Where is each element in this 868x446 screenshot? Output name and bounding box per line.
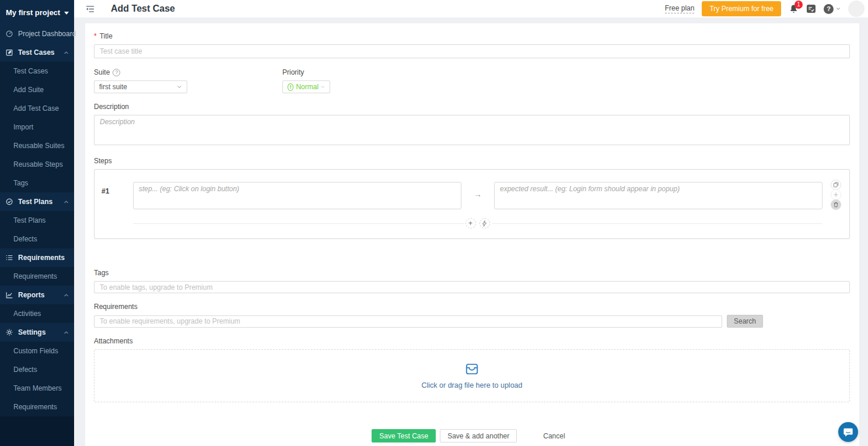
sidebar-item-custom-fields[interactable]: Custom Fields xyxy=(0,342,74,360)
step-number: #1 xyxy=(100,182,133,195)
insert-step-button[interactable]: + xyxy=(466,218,476,229)
project-selector[interactable]: My first project xyxy=(0,0,74,24)
file-upload-dropzone[interactable]: Click or drag file here to upload xyxy=(94,349,850,402)
sidebar: My first project Project Dashboard Test … xyxy=(0,0,74,446)
required-mark: * xyxy=(94,32,97,40)
chevron-up-icon xyxy=(64,293,69,297)
suite-label: Suite ? xyxy=(94,68,187,76)
chevron-down-icon xyxy=(836,7,841,10)
try-premium-button[interactable]: Try Premium for free xyxy=(702,1,781,16)
chat-widget-button[interactable] xyxy=(838,422,858,442)
sidebar-item-test-plans[interactable]: Test Plans xyxy=(0,211,74,230)
sidebar-item-settings-defects[interactable]: Defects xyxy=(0,360,74,379)
help-menu[interactable]: ? xyxy=(824,4,841,14)
sidebar-item-team-members[interactable]: Team Members xyxy=(0,379,74,398)
steps-field: Steps #1 → xyxy=(94,157,850,239)
caret-down-icon xyxy=(64,12,69,15)
submenu-settings: Custom Fields Defects Team Members Requi… xyxy=(0,342,74,416)
list-icon xyxy=(5,254,13,262)
title-label: * Title xyxy=(94,32,850,40)
tags-input[interactable] xyxy=(94,281,850,293)
step-input[interactable] xyxy=(133,182,461,209)
requirements-input[interactable] xyxy=(94,315,722,328)
whats-new-button[interactable] xyxy=(806,4,816,13)
submenu-requirements: Requirements xyxy=(0,267,74,286)
content-card: * Title Suite ? first suite xyxy=(85,23,859,446)
requirements-field: Requirements Search xyxy=(94,303,850,328)
sidebar-item-activities[interactable]: Activities xyxy=(0,304,74,323)
steps-label: Steps xyxy=(94,157,850,165)
sidebar-item-requirements[interactable]: Requirements xyxy=(0,267,74,286)
inbox-icon xyxy=(464,362,480,376)
title-input[interactable] xyxy=(94,44,850,58)
menu-fold-icon[interactable] xyxy=(86,5,94,13)
suite-priority-row: Suite ? first suite Priority ! Normal xyxy=(94,68,850,93)
description-label: Description xyxy=(94,103,850,111)
lightning-icon xyxy=(482,220,487,227)
steps-panel: #1 → xyxy=(94,169,850,239)
submenu-test-plans: Test Plans Defects xyxy=(0,211,74,248)
sidebar-item-reusable-suites[interactable]: Reusable Suites xyxy=(0,136,74,155)
priority-normal-icon: ! xyxy=(288,83,293,91)
duplicate-step-button[interactable] xyxy=(831,180,841,190)
priority-label: Priority xyxy=(282,68,330,76)
sidebar-section-test-plans[interactable]: Test Plans xyxy=(0,192,74,211)
save-test-case-button[interactable]: Save Test Case xyxy=(372,429,436,443)
save-and-add-another-button[interactable]: Save & add another xyxy=(440,429,517,443)
delete-step-button[interactable] xyxy=(831,199,841,210)
cancel-button[interactable]: Cancel xyxy=(536,429,572,443)
plus-icon xyxy=(833,192,839,198)
sidebar-item-add-suite[interactable]: Add Suite xyxy=(0,80,74,99)
sidebar-item-tags[interactable]: Tags xyxy=(0,174,74,192)
sidebar-item-add-test-case[interactable]: Add Test Case xyxy=(0,99,74,118)
gear-icon xyxy=(5,328,13,336)
submenu-reports: Activities xyxy=(0,304,74,323)
sidebar-item-test-cases[interactable]: Test Cases xyxy=(0,62,74,80)
notification-count-badge: 1 xyxy=(794,1,803,9)
plan-badge[interactable]: Free plan xyxy=(665,4,695,13)
avatar[interactable] xyxy=(848,1,864,17)
topbar-right: Free plan Try Premium for free 1 ? xyxy=(665,1,864,17)
step-actions xyxy=(828,180,844,209)
changelog-icon xyxy=(806,4,816,13)
sidebar-section-requirements[interactable]: Requirements xyxy=(0,248,74,267)
chevron-down-icon xyxy=(177,85,182,89)
dashboard-icon xyxy=(5,30,13,38)
sidebar-section-settings[interactable]: Settings xyxy=(0,323,74,342)
tags-label: Tags xyxy=(94,269,850,277)
chevron-up-icon xyxy=(64,51,69,55)
priority-value: Normal xyxy=(296,83,318,91)
requirements-label: Requirements xyxy=(94,303,850,311)
step-divider: + xyxy=(133,218,822,229)
suite-help-icon[interactable]: ? xyxy=(113,69,120,76)
help-icon: ? xyxy=(824,4,834,14)
description-field: Description xyxy=(94,103,850,148)
quick-add-steps-button[interactable] xyxy=(480,218,490,229)
search-button[interactable]: Search xyxy=(727,315,763,328)
copy-icon xyxy=(833,182,839,188)
project-name: My first project xyxy=(6,8,60,17)
priority-select[interactable]: ! Normal xyxy=(282,80,330,93)
notifications-button[interactable]: 1 xyxy=(789,4,799,14)
submenu-test-cases: Test Cases Add Suite Add Test Case Impor… xyxy=(0,62,74,192)
attachments-field: Attachments Click or drag file here to u… xyxy=(94,337,850,402)
sidebar-item-settings-requirements[interactable]: Requirements xyxy=(0,398,74,416)
sidebar-section-test-cases[interactable]: Test Cases xyxy=(0,43,74,62)
suite-select[interactable]: first suite xyxy=(94,80,187,93)
sidebar-item-project-dashboard[interactable]: Project Dashboard xyxy=(0,24,74,43)
chat-bubble-icon xyxy=(843,427,853,437)
sidebar-section-reports[interactable]: Reports xyxy=(0,286,74,304)
expected-result-input[interactable] xyxy=(494,182,822,209)
tags-field: Tags xyxy=(94,269,850,293)
attachments-label: Attachments xyxy=(94,337,850,345)
chevron-up-icon xyxy=(64,200,69,204)
sidebar-item-defects[interactable]: Defects xyxy=(0,230,74,248)
add-step-button[interactable] xyxy=(831,189,841,200)
sidebar-item-reusable-steps[interactable]: Reusable Steps xyxy=(0,155,74,174)
suite-value: first suite xyxy=(99,83,127,91)
chart-line-icon xyxy=(5,291,13,299)
description-input[interactable] xyxy=(94,115,850,145)
page-title: Add Test Case xyxy=(111,3,175,14)
step-row: #1 → xyxy=(100,182,844,209)
sidebar-item-import[interactable]: Import xyxy=(0,118,74,136)
